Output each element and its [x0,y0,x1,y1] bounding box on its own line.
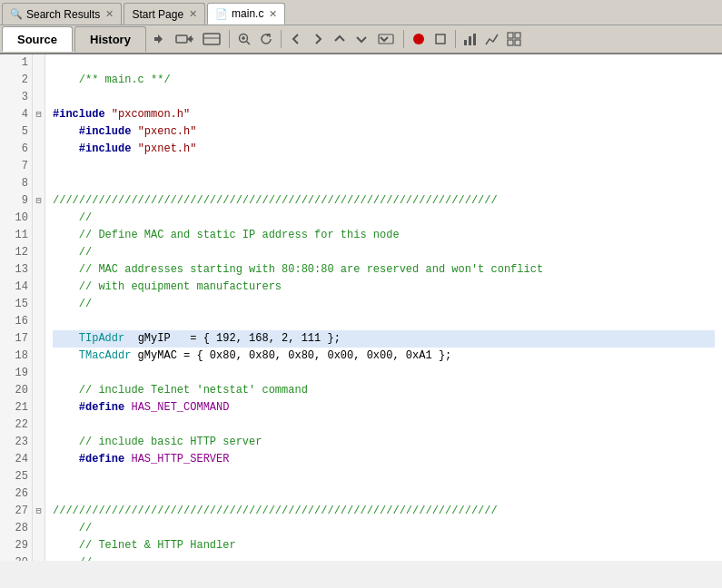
code-line-27: ////////////////////////////////////////… [53,503,715,520]
fold-28 [33,520,45,537]
tab-start-page-close[interactable]: ✕ [189,8,197,20]
code-line-15: // [53,296,715,313]
toolbar-btn-arrow-up[interactable] [330,29,350,49]
code-line-30: // [53,554,715,561]
fold-2 [33,72,45,89]
toolbar-btn-expand[interactable] [373,29,399,49]
tab-search-results-close[interactable]: ✕ [105,8,114,20]
toolbar-btn-arrow-left[interactable] [286,29,306,49]
code-line-29: // Telnet & HTTP Handler [53,537,715,554]
line-num-1: 1 [4,54,28,72]
tab-start-page[interactable]: Start Page ✕ [124,3,205,24]
code-line-28: // [53,520,715,537]
toolbar-btn-toggle-view[interactable] [199,29,224,49]
code-line-2: /** main.c **/ [53,72,715,89]
fold-10 [33,210,45,227]
fold-9[interactable]: ⊟ [33,192,45,210]
code-line-17: TIpAddr gMyIP = { 192, 168, 2, 111 }; [53,330,715,348]
fold-18 [33,348,45,365]
code-content[interactable]: /** main.c **/ #include "pxcommon.h" #in… [45,54,722,561]
code-line-1 [53,54,715,72]
svg-rect-12 [464,40,467,45]
code-line-22 [53,416,715,434]
toolbar-btn-back[interactable] [150,29,170,49]
tab-source-label: Source [17,33,57,46]
fold-11 [33,227,45,244]
line-num-25: 25 [4,468,28,485]
code-line-18: TMacAddr gMyMAC = { 0x80, 0x80, 0x80, 0x… [53,348,715,365]
code-line-20: // include Telnet 'netstat' command [53,382,715,399]
line-num-6: 6 [4,141,28,158]
line-num-28: 28 [4,520,28,537]
svg-rect-17 [508,40,513,45]
svg-rect-16 [515,33,520,38]
line-num-9: 9 [4,192,28,210]
code-line-11: // Define MAC and static IP address for … [53,227,715,244]
fold-27[interactable]: ⊟ [33,503,45,520]
fold-5 [33,123,45,141]
tab-history[interactable]: History [74,26,146,52]
toolbar-btn-chart[interactable] [460,29,480,49]
line-num-16: 16 [4,313,28,330]
line-num-14: 14 [4,279,28,296]
toolbar-btn-grid[interactable] [504,29,524,49]
line-num-11: 11 [4,227,28,244]
line-num-18: 18 [4,348,28,365]
svg-rect-15 [508,33,513,38]
fold-3 [33,89,45,106]
fold-13 [33,261,45,279]
line-num-22: 22 [4,416,28,434]
fold-14 [33,279,45,296]
line-num-26: 26 [4,485,28,503]
fold-gutter: ⊟ ⊟ ⊟ [33,54,45,561]
toolbar-btn-arrow-down[interactable] [351,29,371,49]
svg-rect-13 [469,36,471,45]
fold-21 [33,399,45,416]
line-num-3: 3 [4,89,28,106]
code-line-13: // MAC addresses starting with 80:80:80 … [53,261,715,279]
fold-12 [33,244,45,261]
svg-rect-11 [436,34,445,44]
tab-start-page-label: Start Page [132,8,183,21]
code-line-21: #define HAS_NET_COMMAND [53,399,715,416]
tab-main-c-close[interactable]: ✕ [269,8,277,20]
code-line-26 [53,485,715,503]
search-tab-icon: 🔍 [10,8,23,20]
toolbar-btn-breakpoint-red[interactable] [409,29,429,49]
code-line-25 [53,468,715,485]
toolbar-btn-refresh[interactable] [256,29,276,49]
tab-search-results-label: Search Results [26,8,100,21]
separator-2 [281,30,282,48]
fold-15 [33,296,45,313]
fold-17 [33,330,45,348]
line-num-10: 10 [4,210,28,227]
code-line-10: // [53,210,715,227]
fold-4[interactable]: ⊟ [33,106,45,123]
fold-19 [33,365,45,382]
svg-point-10 [413,34,424,44]
code-line-24: #define HAS_HTTP_SERVER [53,451,715,468]
separator-4 [455,30,456,48]
code-line-5: #include "pxenc.h" [53,123,715,141]
line-num-8: 8 [4,175,28,192]
fold-6 [33,141,45,158]
line-num-20: 20 [4,382,28,399]
svg-line-6 [246,42,250,45]
tab-main-c[interactable]: 📄 main.c ✕ [207,3,285,24]
toolbar-btn-zoom[interactable] [234,29,254,49]
fold-24 [33,451,45,468]
toolbar-btn-chart2[interactable] [482,29,502,49]
toolbar-btn-forward[interactable] [172,29,197,49]
line-num-2: 2 [4,72,28,89]
line-num-29: 29 [4,537,28,554]
toolbar-btn-stop-rect[interactable] [430,29,450,49]
toolbar-btn-arrow-right[interactable] [308,29,328,49]
line-num-19: 19 [4,365,28,382]
tab-source[interactable]: Source [2,26,73,52]
fold-23 [33,434,45,451]
code-line-3 [53,89,715,106]
tab-search-results[interactable]: 🔍 Search Results ✕ [2,3,122,24]
toolbar [146,25,722,53]
line-num-21: 21 [4,399,28,416]
svg-rect-0 [176,35,187,43]
